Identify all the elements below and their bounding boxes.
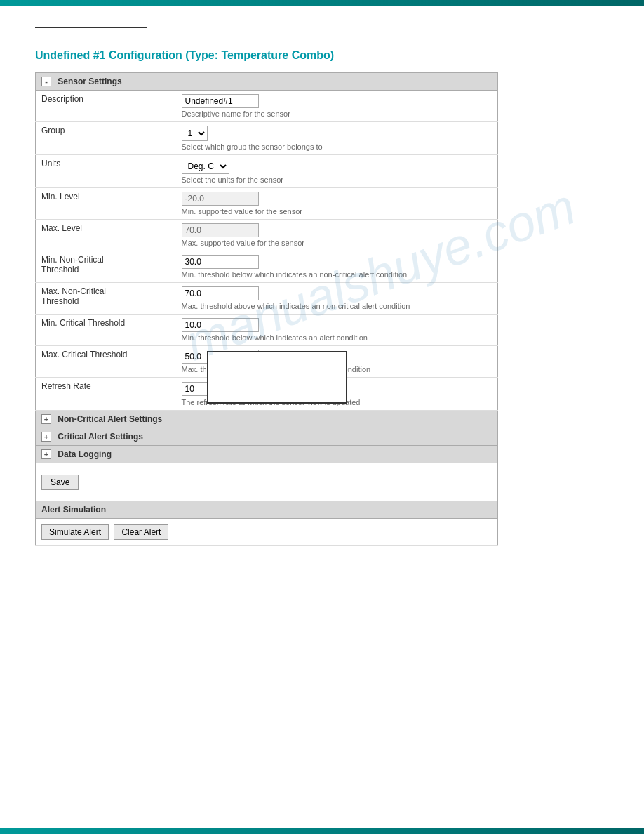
- hint-min-level: Min. supported value for the sensor: [182, 207, 492, 216]
- value-min-noncrit: Min. threshold below which indicates an …: [176, 251, 498, 283]
- value-description: Descriptive name for the sensor: [176, 91, 498, 122]
- popup-box: [207, 351, 347, 404]
- hint-max-noncrit: Max. threshold above which indicates an …: [182, 302, 492, 310]
- data-logging-header[interactable]: + Data Logging: [36, 446, 498, 463]
- hint-units: Select the units for the sensor: [182, 176, 492, 184]
- sensor-settings-header[interactable]: - Sensor Settings: [36, 73, 498, 91]
- input-description[interactable]: [182, 94, 259, 108]
- hint-max-level: Max. supported value for the sensor: [182, 239, 492, 247]
- input-max-level[interactable]: [182, 223, 259, 237]
- hint-min-noncrit: Min. threshold below which indicates an …: [182, 270, 492, 279]
- field-group: Group 1234 Select which group the sensor…: [36, 122, 498, 155]
- value-max-noncrit: Max. threshold above which indicates an …: [176, 283, 498, 315]
- collapse-crit-icon[interactable]: +: [41, 432, 51, 442]
- field-units: Units Deg. CDeg. FKelvin Select the unit…: [36, 155, 498, 188]
- label-min-crit: Min. Critical Threshold: [36, 315, 176, 346]
- field-description: Description Descriptive name for the sen…: [36, 91, 498, 122]
- label-max-crit: Max. Critical Threshold: [36, 346, 176, 378]
- hint-description: Descriptive name for the sensor: [182, 110, 492, 118]
- select-units[interactable]: Deg. CDeg. FKelvin: [182, 159, 229, 174]
- non-critical-alert-header[interactable]: + Non-Critical Alert Settings: [36, 411, 498, 428]
- top-bar: [0, 0, 644, 6]
- field-max-level: Max. Level Max. supported value for the …: [36, 220, 498, 251]
- title-underline: [35, 27, 147, 28]
- field-max-noncrit: Max. Non-CriticalThreshold Max. threshol…: [36, 283, 498, 315]
- sensor-settings-label: Sensor Settings: [58, 77, 121, 86]
- label-units: Units: [36, 155, 176, 188]
- label-max-noncrit: Max. Non-CriticalThreshold: [36, 283, 176, 315]
- input-min-noncrit[interactable]: [182, 255, 259, 269]
- value-group: 1234 Select which group the sensor belon…: [176, 122, 498, 155]
- input-max-noncrit[interactable]: [182, 286, 259, 300]
- label-min-level: Min. Level: [36, 188, 176, 220]
- label-refresh-rate: Refresh Rate: [36, 378, 176, 411]
- field-min-noncrit: Min. Non-CriticalThreshold Min. threshol…: [36, 251, 498, 283]
- collapse-sensor-icon[interactable]: -: [41, 77, 51, 86]
- select-group[interactable]: 1234: [182, 126, 208, 141]
- label-group: Group: [36, 122, 176, 155]
- label-description: Description: [36, 91, 176, 122]
- page-heading: Undefined #1 Configuration (Type: Temper…: [35, 49, 609, 62]
- alert-sim-header: Alert Simulation: [36, 501, 498, 519]
- hint-min-crit: Min. threshold below which indicates an …: [182, 333, 492, 342]
- field-min-crit: Min. Critical Threshold Min. threshold b…: [36, 315, 498, 346]
- alert-sim-label: Alert Simulation: [41, 505, 106, 515]
- label-max-level: Max. Level: [36, 220, 176, 251]
- save-button[interactable]: Save: [41, 475, 79, 490]
- input-min-crit[interactable]: [182, 318, 259, 332]
- collapse-noncrit-icon[interactable]: +: [41, 414, 51, 424]
- simulate-alert-button[interactable]: Simulate Alert: [41, 524, 109, 540]
- data-logging-label: Data Logging: [58, 449, 112, 459]
- label-min-noncrit: Min. Non-CriticalThreshold: [36, 251, 176, 283]
- value-min-level: Min. supported value for the sensor: [176, 188, 498, 220]
- critical-alert-header[interactable]: + Critical Alert Settings: [36, 428, 498, 446]
- value-min-crit: Min. threshold below which indicates an …: [176, 315, 498, 346]
- alert-sim-row: Simulate Alert Clear Alert: [36, 519, 498, 546]
- critical-alert-label: Critical Alert Settings: [58, 432, 143, 442]
- save-row: Save: [36, 463, 498, 502]
- input-min-level[interactable]: [182, 192, 259, 206]
- value-max-level: Max. supported value for the sensor: [176, 220, 498, 251]
- collapse-logging-icon[interactable]: +: [41, 449, 51, 459]
- clear-alert-button[interactable]: Clear Alert: [114, 524, 168, 540]
- value-units: Deg. CDeg. FKelvin Select the units for …: [176, 155, 498, 188]
- non-critical-alert-label: Non-Critical Alert Settings: [58, 414, 162, 424]
- config-table: - Sensor Settings Description Descriptiv…: [35, 72, 498, 546]
- field-min-level: Min. Level Min. supported value for the …: [36, 188, 498, 220]
- hint-group: Select which group the sensor belongs to: [182, 143, 492, 151]
